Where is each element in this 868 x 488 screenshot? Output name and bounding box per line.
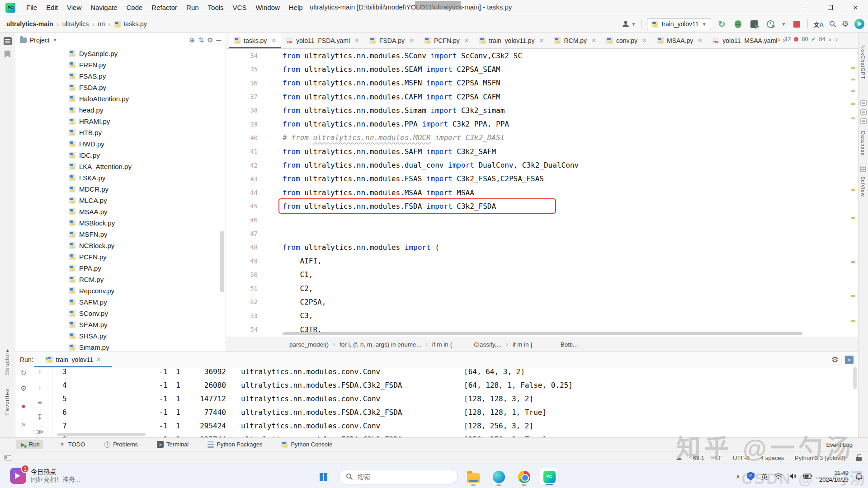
editor-tab[interactable]: conv.py✕ (601, 33, 652, 48)
shield-icon[interactable] (747, 472, 755, 481)
tree-item[interactable]: HWD.py (15, 138, 226, 150)
up-stack-icon[interactable]: ↑ (34, 367, 45, 378)
soft-wrap-icon[interactable]: ≡ (34, 397, 45, 408)
down-stack-icon[interactable]: ↓ (34, 381, 45, 392)
lock-icon[interactable] (856, 457, 862, 461)
chevron-down-icon[interactable]: ▼ (53, 38, 57, 42)
close-icon[interactable]: ✕ (642, 37, 647, 44)
ime-indicator[interactable]: 英 (761, 472, 768, 481)
tool-button-problems[interactable]: !Problems (101, 440, 141, 449)
tool-button-python-console[interactable]: Python Console (278, 440, 335, 449)
caret-position[interactable]: 69:1 (693, 455, 704, 461)
tree-item[interactable]: SAFM.py (15, 296, 226, 308)
news-widget[interactable]: 1 今日热点 同框亮相！神舟... (10, 468, 80, 484)
editor-tab[interactable]: MSAA.py✕ (652, 33, 708, 48)
line-separator[interactable]: LF (715, 455, 722, 461)
tool-button-structure[interactable]: Structure (4, 349, 10, 375)
breadcrumb-item[interactable]: parse_model() (289, 341, 329, 348)
translate-button[interactable]: 文A (813, 20, 823, 28)
more-icon[interactable]: » (18, 419, 29, 430)
locate-icon[interactable]: ⊕ (189, 36, 195, 44)
breadcrumb-item[interactable]: Classify,... (474, 341, 501, 348)
tree-item[interactable]: SConv.py (15, 308, 226, 319)
tree-item[interactable]: MSFN.py (15, 229, 226, 240)
collapse-all-icon[interactable]: ⇅ (198, 36, 204, 44)
editor-tab[interactable]: RCM.py✕ (549, 33, 601, 48)
collapse-panel-icon[interactable]: « (845, 356, 854, 364)
tool-button-terminal[interactable]: >Terminal (154, 440, 192, 449)
breadcrumb-item[interactable]: for i, (f, n, m, args) in enume... (340, 341, 421, 348)
editor-tab[interactable]: FSDA.py✕ (364, 33, 419, 48)
tree-item[interactable]: SHSA.py (15, 330, 226, 342)
breadcrumb-item[interactable]: tasks.py (123, 20, 146, 28)
breadcrumb-item[interactable]: nn (98, 20, 105, 28)
tree-item[interactable]: head.py (15, 104, 226, 116)
file-encoding[interactable]: UTF-8 (733, 455, 750, 461)
tree-item[interactable]: IDC.py (15, 150, 226, 161)
taskbar-clock[interactable]: 11:49 2024/10/29 (819, 469, 849, 483)
tree-item[interactable]: LKA_Attention.py (15, 161, 226, 172)
pycharm-taskbar-button[interactable]: PC (540, 468, 559, 486)
notifications-icon[interactable] (860, 100, 867, 106)
debug-button[interactable] (733, 19, 744, 29)
console-h-scrollbar[interactable] (57, 433, 146, 436)
tree-item[interactable]: HTB.py (15, 127, 226, 138)
tool-button-nexchatgpt[interactable]: NexChatGPT (860, 45, 866, 79)
hide-panel-icon[interactable]: ─ (216, 36, 221, 44)
prev-issue-icon[interactable]: ∧ (828, 37, 831, 42)
tree-item[interactable]: FRFN.py (15, 59, 226, 70)
project-tool-icon[interactable] (4, 37, 12, 45)
notification-bell-icon[interactable] (855, 473, 863, 480)
grid-icon[interactable] (860, 166, 866, 172)
indent-style[interactable]: 4 spaces (760, 455, 784, 461)
file-explorer-button[interactable] (464, 468, 483, 486)
error-stripe[interactable] (848, 49, 858, 337)
close-icon[interactable]: ✕ (698, 37, 703, 44)
close-icon[interactable]: ✕ (271, 37, 276, 44)
close-button[interactable]: ✕ (843, 0, 868, 15)
run-tab[interactable]: train_yolov11 ✕ (43, 352, 104, 367)
tool-button-todo[interactable]: ≡TODO (56, 440, 88, 449)
editor-tab[interactable]: tasks.py✕ (229, 33, 281, 48)
profiler-button[interactable] (765, 19, 776, 29)
plugin-logo-icon[interactable] (854, 19, 864, 29)
search-icon[interactable] (829, 20, 836, 28)
taskbar-search[interactable]: 搜索 (339, 469, 458, 484)
menu-edit[interactable]: Edit (42, 1, 62, 14)
close-icon[interactable]: ✕ (464, 37, 469, 44)
list-icon[interactable] (860, 109, 867, 115)
menu-navigate[interactable]: Navigate (86, 1, 122, 14)
settings-icon[interactable]: ⚙ (18, 383, 29, 394)
minimize-button[interactable]: ─ (792, 0, 817, 15)
battery-icon[interactable] (803, 474, 812, 479)
breadcrumb-item[interactable]: if m in { (512, 341, 532, 348)
close-icon[interactable]: ✕ (409, 37, 414, 44)
editor-h-scrollbar[interactable] (283, 332, 802, 335)
menu-help[interactable]: Help (284, 1, 307, 14)
rerun-button[interactable]: ↻ (717, 19, 727, 29)
chrome-button[interactable] (514, 468, 533, 486)
close-icon[interactable]: ✕ (96, 356, 101, 363)
tree-item[interactable]: FSAS.py (15, 70, 226, 82)
close-icon[interactable]: ✕ (539, 37, 544, 44)
editor-tab[interactable]: yolo11_FSDA.yaml✕ (281, 33, 364, 48)
console-v-scrollbar[interactable] (853, 367, 857, 389)
interpreter[interactable]: Python 3.3 (yolov8) (795, 455, 845, 461)
menu-refactor[interactable]: Refactor (147, 1, 182, 14)
tree-item[interactable]: RCM.py (15, 274, 226, 285)
event-log-button[interactable]: Event Log (826, 438, 853, 451)
tool-button-favorites[interactable]: Favorites (4, 389, 10, 415)
next-issue-icon[interactable]: ∨ (835, 37, 838, 42)
tree-item[interactable]: LSKA.py (15, 172, 226, 183)
panel-settings-gear-icon[interactable]: ⚙ (207, 36, 213, 44)
tool-button-run[interactable]: ▶Run (16, 440, 43, 449)
scroll-to-end-icon[interactable]: ↧ (34, 412, 45, 422)
close-icon[interactable]: ✕ (354, 37, 359, 44)
tree-item[interactable]: HaloAttention.py (15, 93, 226, 104)
wifi-icon[interactable] (774, 473, 783, 479)
tool-button-python-packages[interactable]: Python Packages (204, 440, 265, 449)
menu-run[interactable]: Run (182, 1, 203, 14)
editor-tab[interactable]: PCFN.py✕ (419, 33, 474, 48)
run-console[interactable]: 3-1136992ultralytics.nn.modules.conv.Con… (52, 366, 852, 438)
list-icon[interactable] (860, 118, 867, 124)
